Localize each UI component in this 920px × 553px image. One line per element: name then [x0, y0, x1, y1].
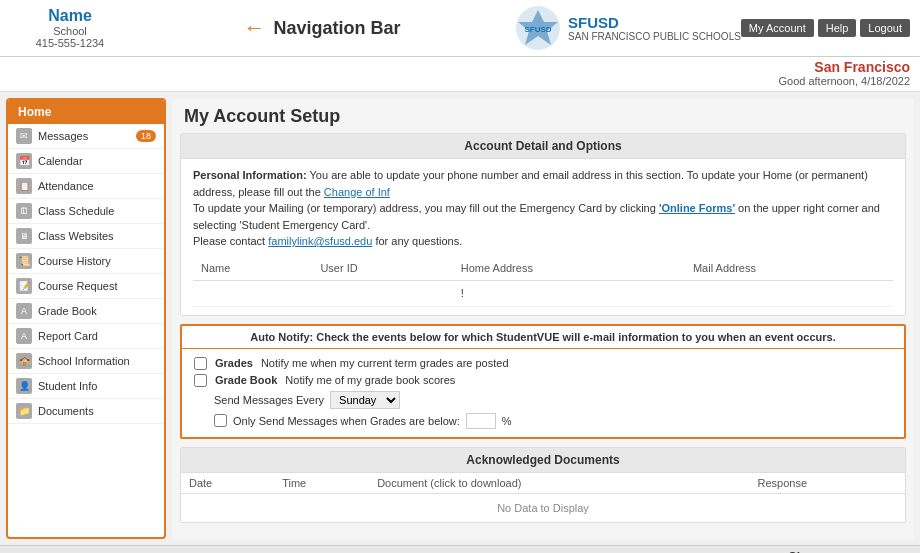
table-header-home-address: Home Address [453, 256, 685, 281]
sidebar-grade-book-label: Grade Book [38, 305, 97, 317]
auto-notify-header: Auto Notify: Check the events below for … [182, 326, 904, 349]
sidebar-item-course-request[interactable]: 📝 Course Request [8, 274, 164, 299]
user-info: Name School 415-555-1234 [10, 7, 130, 49]
content-area: My Account Setup Account Detail and Opti… [172, 98, 914, 539]
calendar-icon: 📅 [16, 153, 32, 169]
logo-area: SFUSD SFUSD SAN FRANCISCO PUBLIC SCHOOLS [514, 4, 741, 52]
messages-badge: 18 [136, 130, 156, 142]
account-detail-section: Account Detail and Options Personal Info… [180, 133, 906, 316]
only-send-row: Only Send Messages when Grades are below… [214, 413, 892, 429]
grades-label: Grades [215, 357, 253, 369]
table-header-mail-address: Mail Address [685, 256, 893, 281]
report-card-icon: A [16, 328, 32, 344]
ack-response-header: Response [749, 473, 905, 494]
gradebook-checkbox[interactable] [194, 374, 207, 387]
sidebar-class-schedule-label: Class Schedule [38, 205, 114, 217]
ack-doc-header: Document (click to download) [369, 473, 749, 494]
mailing-text: To update your Mailing (or temporary) ad… [193, 200, 893, 233]
table-header-userid: User ID [312, 256, 452, 281]
table-cell-home-address: ! [453, 281, 685, 307]
gradebook-desc: Notify me of my grade book scores [285, 374, 455, 386]
contact-text: Please contact familylink@sfusd.edu for … [193, 233, 893, 250]
sidebar-school-information-label: School Information [38, 355, 130, 367]
class-websites-icon: 🖥 [16, 228, 32, 244]
sidebar-class-websites-label: Class Websites [38, 230, 114, 242]
sfusd-logo-icon: SFUSD [514, 4, 562, 52]
no-data-cell: No Data to Display [181, 493, 905, 522]
account-detail-content: Personal Information: You are able to up… [181, 159, 905, 315]
personal-info-text: Personal Information: You are able to up… [193, 167, 893, 200]
sidebar-item-course-history[interactable]: 📜 Course History [8, 249, 164, 274]
sidebar-item-messages[interactable]: ✉ Messages 18 [8, 124, 164, 149]
school-information-icon: 🏫 [16, 353, 32, 369]
sidebar-home: Home [8, 100, 164, 124]
ack-time-header: Time [274, 473, 369, 494]
contact-label: Please contact [193, 235, 268, 247]
online-forms-link[interactable]: 'Online Forms' [659, 202, 735, 214]
nav-bar-label: Navigation Bar [274, 18, 401, 39]
documents-icon: 📁 [16, 403, 32, 419]
help-button[interactable]: Help [818, 19, 857, 37]
messages-icon: ✉ [16, 128, 32, 144]
greeting-right: San Francisco Good afternoon, 4/18/2022 [778, 59, 910, 87]
student-info-icon: 👤 [16, 378, 32, 394]
top-bar: Name School 415-555-1234 ← Navigation Ba… [0, 0, 920, 57]
greeting-bar: San Francisco Good afternoon, 4/18/2022 [0, 57, 920, 92]
sidebar-attendance-label: Attendance [38, 180, 94, 192]
sfusd-text: SFUSD SAN FRANCISCO PUBLIC SCHOOLS [568, 14, 741, 42]
sidebar-item-attendance[interactable]: 📋 Attendance [8, 174, 164, 199]
greeting-label: Good afternoon, [778, 75, 858, 87]
my-account-button[interactable]: My Account [741, 19, 814, 37]
no-data-row: No Data to Display [181, 493, 905, 522]
ack-docs-table: Date Time Document (click to download) R… [181, 473, 905, 522]
send-messages-select[interactable]: Sunday Monday Daily [330, 391, 400, 409]
gradebook-label: Grade Book [215, 374, 277, 386]
send-messages-row: Send Messages Every Sunday Monday Daily [214, 391, 892, 409]
sfusd-name: SFUSD [568, 14, 741, 31]
sidebar: Home ✉ Messages 18 📅 Calendar 📋 Attendan… [6, 98, 166, 539]
ack-docs-section: Acknowledged Documents Date Time Documen… [180, 447, 906, 523]
course-request-icon: 📝 [16, 278, 32, 294]
sidebar-report-card-label: Report Card [38, 330, 98, 342]
greeting-city: San Francisco [778, 59, 910, 75]
change-of-info-link[interactable]: Change of Inf [324, 186, 390, 198]
only-send-checkbox[interactable] [214, 414, 227, 427]
only-send-label: Only Send Messages when Grades are below… [233, 415, 460, 427]
table-cell-mail-address [685, 281, 893, 307]
sidebar-item-documents[interactable]: 📁 Documents [8, 399, 164, 424]
ack-date-header: Date [181, 473, 274, 494]
user-name: Name [48, 7, 92, 25]
sidebar-item-school-information[interactable]: 🏫 School Information [8, 349, 164, 374]
sidebar-student-info-label: Student Info [38, 380, 97, 392]
sfusd-subtitle: SAN FRANCISCO PUBLIC SCHOOLS [568, 31, 741, 42]
sidebar-item-class-websites[interactable]: 🖥 Class Websites [8, 224, 164, 249]
table-cell-userid [312, 281, 452, 307]
ack-docs-header: Acknowledged Documents [181, 448, 905, 473]
top-right-buttons: My Account Help Logout [741, 19, 910, 37]
auto-notify-section: Auto Notify: Check the events below for … [180, 324, 906, 439]
table-row: ! [193, 281, 893, 307]
pct-symbol: % [502, 415, 512, 427]
attendance-icon: 📋 [16, 178, 32, 194]
sidebar-item-grade-book[interactable]: A Grade Book [8, 299, 164, 324]
send-messages-label: Send Messages Every [214, 394, 324, 406]
auto-notify-content: Grades Notify me when my current term gr… [182, 349, 904, 437]
grades-desc: Notify me when my current term grades ar… [261, 357, 509, 369]
greeting-date: 4/18/2022 [861, 75, 910, 87]
svg-text:SFUSD: SFUSD [524, 25, 551, 34]
contact-email[interactable]: familylink@sfusd.edu [268, 235, 372, 247]
main-layout: Home ✉ Messages 18 📅 Calendar 📋 Attendan… [0, 92, 920, 545]
nav-bar-arrow: ← [244, 15, 266, 41]
sidebar-item-report-card[interactable]: A Report Card [8, 324, 164, 349]
grades-row: Grades Notify me when my current term gr… [194, 357, 892, 370]
sidebar-calendar-label: Calendar [38, 155, 83, 167]
sidebar-messages-label: Messages [38, 130, 88, 142]
grade-threshold-input[interactable] [466, 413, 496, 429]
sidebar-item-calendar[interactable]: 📅 Calendar [8, 149, 164, 174]
grades-checkbox[interactable] [194, 357, 207, 370]
logout-button[interactable]: Logout [860, 19, 910, 37]
sidebar-item-student-info[interactable]: 👤 Student Info [8, 374, 164, 399]
table-header-name: Name [193, 256, 312, 281]
sidebar-item-class-schedule[interactable]: 🗓 Class Schedule [8, 199, 164, 224]
class-schedule-icon: 🗓 [16, 203, 32, 219]
